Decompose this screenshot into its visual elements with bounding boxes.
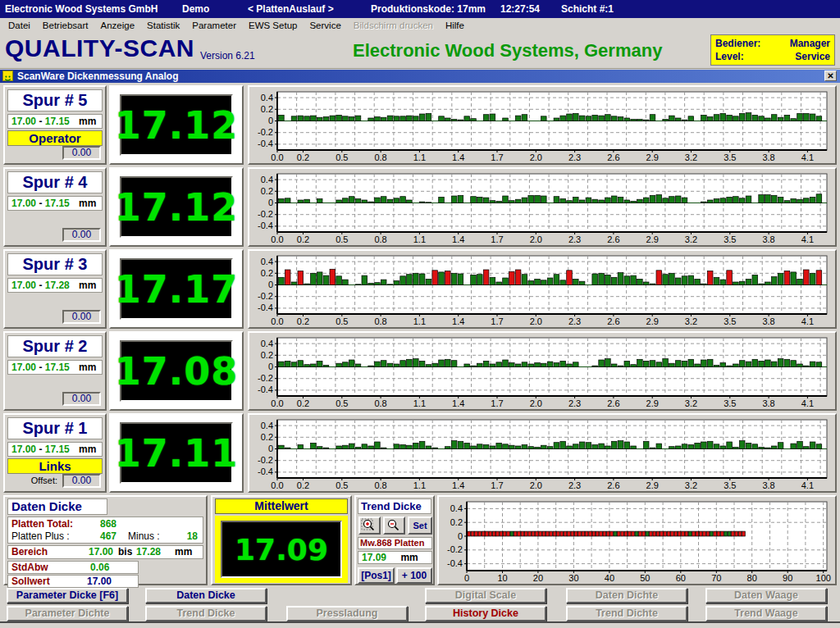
- svg-text:0.4: 0.4: [261, 93, 273, 102]
- svg-text:-0.4: -0.4: [258, 303, 273, 312]
- daten-dicke-title: Daten Dicke: [7, 498, 107, 515]
- svg-text:2.3: 2.3: [568, 152, 581, 162]
- svg-text:1.4: 1.4: [452, 152, 464, 162]
- spur3-offset-field[interactable]: 0.00: [62, 310, 101, 324]
- svg-text:-0.4: -0.4: [258, 221, 273, 230]
- plus-100-button[interactable]: + 100: [396, 567, 432, 584]
- magnifier-minus-icon: [386, 518, 403, 532]
- svg-text:3.8: 3.8: [762, 316, 774, 326]
- svg-text:1.4: 1.4: [452, 316, 464, 326]
- daten-dicke-button[interactable]: Daten Dicke: [145, 588, 267, 603]
- quality-scan-screen: Electronic Wood Systems GmbH Demo < Plat…: [0, 0, 840, 628]
- menu-hilfe[interactable]: Hilfe: [445, 20, 464, 30]
- menu-datei[interactable]: Datei: [8, 20, 30, 30]
- spur5-name: Spur # 5: [7, 89, 103, 111]
- mode-label: Demo: [182, 0, 209, 18]
- menu-parameter[interactable]: Parameter: [192, 20, 236, 30]
- svg-text:2.9: 2.9: [646, 316, 659, 326]
- magnifier-plus-icon: [361, 518, 378, 532]
- svg-text:2.3: 2.3: [568, 398, 581, 408]
- spur1-offset-label: Offset:: [31, 476, 57, 485]
- menu-anzeige[interactable]: Anzeige: [100, 20, 135, 30]
- smiley-app-icon: [2, 71, 13, 81]
- svg-text:3.8: 3.8: [762, 398, 774, 408]
- spur4-led-display: 17.12: [120, 176, 233, 238]
- station-label: < PlattenAuslauf >: [248, 0, 334, 18]
- spur1-row: Spur # 1 17.00 - 17.15 mm Links Offset: …: [0, 413, 840, 493]
- svg-text:0.4: 0.4: [261, 421, 273, 430]
- pos1-button[interactable]: [Pos1]: [358, 567, 395, 584]
- svg-text:4.1: 4.1: [801, 398, 814, 408]
- sollwert-value: 17.00: [87, 576, 112, 588]
- svg-text:0.5: 0.5: [336, 234, 348, 244]
- svg-text:3.2: 3.2: [685, 152, 697, 162]
- svg-text:30: 30: [568, 573, 578, 583]
- svg-text:1.1: 1.1: [413, 234, 426, 244]
- svg-text:0.2: 0.2: [297, 316, 309, 326]
- svg-text:0.2: 0.2: [261, 186, 273, 196]
- spur2-led-display: 17.08: [120, 340, 233, 402]
- menu-statistik[interactable]: Statistik: [147, 20, 180, 30]
- zoom-out-button[interactable]: [383, 517, 405, 535]
- trend-unit: mm: [400, 552, 418, 563]
- mittelwert-value: 17.09: [235, 533, 328, 567]
- spur5-offset-field[interactable]: 0.00: [62, 146, 101, 160]
- svg-text:-0.4: -0.4: [258, 139, 273, 148]
- svg-text:2.9: 2.9: [646, 398, 659, 408]
- svg-text:2.6: 2.6: [607, 480, 619, 490]
- spur4-value: 17.12: [115, 185, 239, 230]
- menu-betriebsart[interactable]: Betriebsart: [43, 20, 89, 30]
- spur2-offset-field[interactable]: 0.00: [62, 392, 101, 406]
- bereich-label: Bereich: [11, 546, 48, 558]
- spur1-offset-field[interactable]: 0.00: [62, 474, 101, 488]
- spur3-range-sep: -: [39, 280, 42, 291]
- shift-label: Schicht #:1: [561, 0, 614, 18]
- trend-dicke-chart: 0.40.20-0.2-0.40102030405060708090100: [437, 495, 837, 585]
- svg-text:0.2: 0.2: [297, 398, 309, 408]
- menu-bar: Datei Betriebsart Anzeige Statistik Para…: [0, 18, 840, 33]
- svg-text:-0.2: -0.2: [258, 127, 273, 137]
- svg-text:0.2: 0.2: [450, 517, 463, 527]
- svg-text:1.4: 1.4: [452, 234, 464, 244]
- version-label: Version 6.21: [200, 50, 255, 61]
- parameter-dichte-button: Parameter Dichte: [7, 606, 128, 621]
- svg-text:2.0: 2.0: [530, 480, 542, 490]
- svg-text:3.5: 3.5: [724, 234, 736, 244]
- spur5-led-panel: 17.12: [109, 85, 244, 165]
- spur5-range-from: 17.00: [11, 116, 36, 127]
- spur3-info-panel: Spur # 3 17.00 - 17.28 mm 0.00: [3, 249, 107, 329]
- svg-text:3.5: 3.5: [724, 398, 736, 408]
- spur4-offset-field[interactable]: 0.00: [62, 228, 101, 242]
- spur1-position-tag: Links: [7, 458, 103, 474]
- close-icon[interactable]: ✕: [824, 71, 837, 81]
- set-button[interactable]: Set: [408, 517, 432, 535]
- company-name: Electronic Wood Systems, Germany: [353, 40, 662, 61]
- bis-label: bis: [118, 546, 132, 558]
- svg-text:1.7: 1.7: [491, 234, 503, 244]
- zoom-in-button[interactable]: [358, 517, 381, 535]
- spur2-info-panel: Spur # 2 17.00 - 17.15 mm 0.00: [3, 331, 107, 411]
- svg-text:-0.2: -0.2: [447, 544, 463, 554]
- menu-ews-setup[interactable]: EWS Setup: [249, 20, 297, 30]
- spur4-name: Spur # 4: [7, 171, 103, 193]
- digital-scale-button: Digital Scale: [425, 588, 546, 603]
- parameter-dicke-button[interactable]: Parameter Dicke [F6]: [7, 588, 128, 603]
- svg-text:0: 0: [268, 444, 273, 453]
- platten-total-value: 868: [100, 518, 116, 530]
- svg-text:0: 0: [268, 280, 273, 289]
- spur5-value: 17.12: [115, 103, 239, 148]
- header: QUALITY-SCAN Version 6.21 Electronic Woo…: [0, 33, 840, 69]
- svg-text:0: 0: [458, 531, 463, 541]
- svg-text:70: 70: [711, 573, 721, 583]
- svg-text:-0.2: -0.2: [258, 291, 273, 301]
- pressladung-button: Pressladung: [286, 606, 408, 621]
- history-dicke-button[interactable]: History Dicke: [425, 606, 546, 621]
- svg-text:10: 10: [497, 573, 507, 583]
- menu-service[interactable]: Service: [309, 20, 340, 30]
- spur1-range-unit: mm: [79, 444, 96, 455]
- spur3-deviation-chart: 0.40.20-0.2-0.40.00.20.50.81.11.41.72.02…: [248, 249, 837, 329]
- mittelwert-title: Mittelwert: [215, 498, 348, 514]
- stdabw-value: 0.06: [90, 562, 109, 574]
- sollwert-label: Sollwert: [11, 576, 50, 588]
- svg-text:2.6: 2.6: [607, 316, 619, 326]
